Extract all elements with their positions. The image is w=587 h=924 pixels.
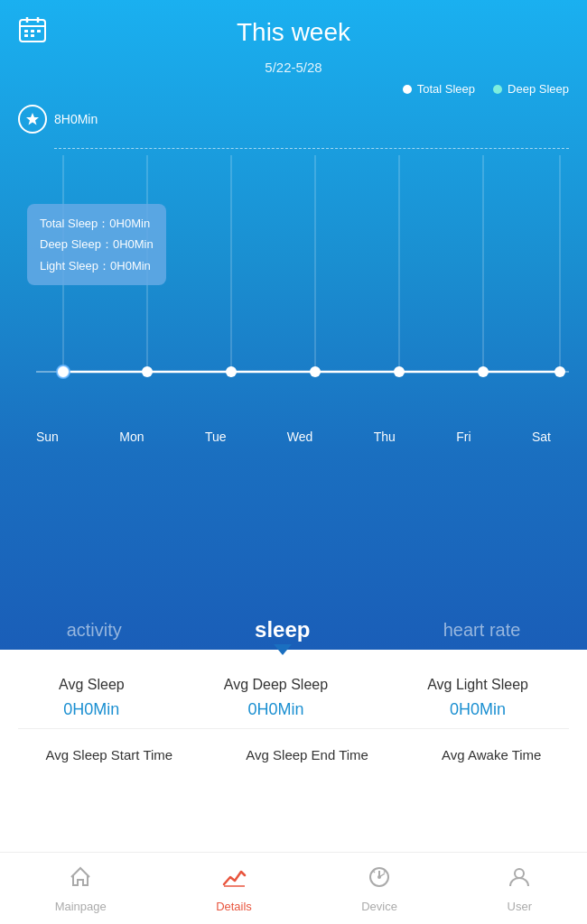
chart-area: 8H0Min Total S [0,96,587,601]
svg-point-22 [478,366,489,377]
day-tue: Tue [205,430,227,444]
svg-point-18 [142,366,153,377]
stat-avg-sleep: Avg Sleep 0H0Min [59,677,125,719]
day-sun: Sun [36,430,59,444]
legend-deep-sleep: Deep Sleep [493,82,569,96]
stats-row-2: Avg Sleep Start Time Avg Sleep End Time … [0,729,587,772]
svg-rect-6 [37,30,41,32]
bottom-nav: Mainpage Details Device [0,852,587,924]
goal-row: 8H0Min [18,105,569,134]
svg-point-28 [377,875,381,879]
day-wed: Wed [287,430,313,444]
tooltip-total: Total Sleep：0H0Min [40,213,154,234]
goal-dashed-line [54,148,569,149]
tooltip-deep: Deep Sleep：0H0Min [40,234,154,254]
avg-start-label: Avg Sleep Start Time [46,747,173,762]
avg-awake-label: Avg Awake Time [442,747,541,762]
details-icon [221,864,247,896]
nav-user-label: User [508,900,532,913]
svg-rect-4 [24,30,28,32]
nav-user[interactable]: User [507,864,532,913]
legend-total-label: Total Sleep [417,82,475,96]
avg-light-value: 0H0Min [450,700,506,719]
avg-light-label: Avg Light Sleep [427,677,528,693]
day-mon: Mon [119,430,144,444]
stat-avg-light: Avg Light Sleep 0H0Min [427,677,528,719]
home-icon [68,864,93,896]
tooltip-light: Light Sleep：0H0Min [40,255,154,276]
avg-end-label: Avg Sleep End Time [246,747,368,762]
avg-deep-value: 0H0Min [247,700,303,719]
stat-avg-deep: Avg Deep Sleep 0H0Min [224,677,328,719]
svg-rect-7 [24,34,28,37]
svg-point-23 [554,366,565,377]
day-thu: Thu [374,430,396,444]
svg-line-30 [384,871,386,873]
trophy-icon [18,105,47,134]
tab-activity[interactable]: activity [67,620,122,641]
avg-deep-label: Avg Deep Sleep [224,677,328,693]
stats-row-1: Avg Sleep 0H0Min Avg Deep Sleep 0H0Min A… [0,650,587,728]
svg-point-17 [57,365,70,378]
nav-details-label: Details [216,900,252,913]
chart-tooltip: Total Sleep：0H0Min Deep Sleep：0H0Min Lig… [27,204,166,285]
svg-point-20 [310,366,321,377]
avg-sleep-label: Avg Sleep [59,677,125,693]
page-title: This week [237,18,350,47]
day-sat: Sat [532,430,551,444]
legend-dot-total [403,85,412,94]
calendar-icon[interactable] [18,15,47,51]
nav-device[interactable]: Device [361,864,397,913]
nav-mainpage[interactable]: Mainpage [55,864,107,913]
legend-dot-deep [493,85,502,94]
svg-point-31 [515,869,524,878]
svg-rect-8 [31,34,34,37]
user-icon [507,864,532,896]
sleep-chart [18,146,569,435]
legend-deep-label: Deep Sleep [508,82,569,96]
tab-bar: activity sleep heart rate [0,601,587,650]
avg-sleep-value: 0H0Min [63,700,119,719]
day-fri: Fri [456,430,471,444]
date-range: 5/22-5/28 [265,60,321,75]
header: This week [0,0,587,56]
device-icon [367,864,392,896]
nav-device-label: Device [361,900,397,913]
goal-label: 8H0Min [54,112,98,126]
svg-line-29 [373,871,375,873]
tab-heart-rate[interactable]: heart rate [443,620,521,641]
legend-total-sleep: Total Sleep [403,82,475,96]
nav-details[interactable]: Details [216,864,252,913]
chart-legend: Total Sleep Deep Sleep [403,82,587,96]
svg-point-21 [394,366,405,377]
top-section: This week 5/22-5/28 Total Sleep Deep Sle… [0,0,587,650]
svg-rect-5 [31,30,34,32]
nav-mainpage-label: Mainpage [55,900,107,913]
tab-sleep[interactable]: sleep [255,617,310,642]
svg-point-19 [226,366,237,377]
